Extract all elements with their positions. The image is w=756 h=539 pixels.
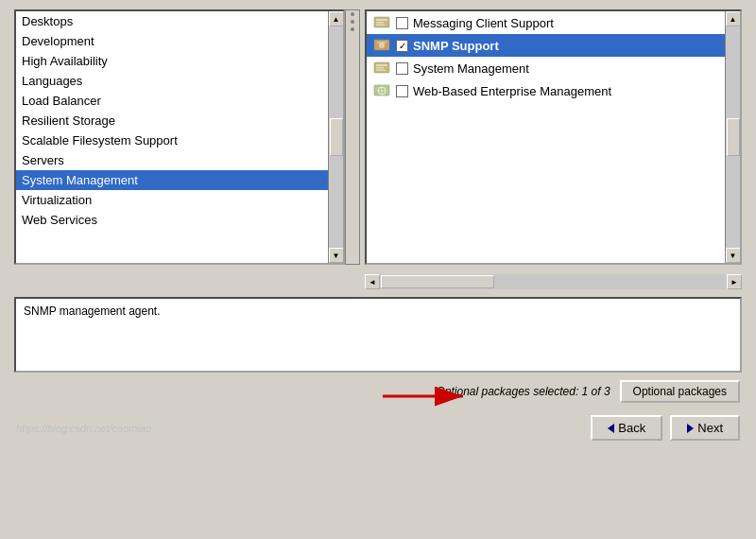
left-item-system-mgmt[interactable]: System Management bbox=[16, 170, 328, 190]
right-scroll-track bbox=[726, 26, 741, 248]
nav-row: https://blog.csdn.net/caomiao Back Next bbox=[14, 410, 742, 441]
right-item-messaging[interactable]: Messaging Client Support bbox=[367, 11, 725, 34]
scroll-down-btn[interactable]: ▼ bbox=[329, 248, 344, 263]
left-item-development[interactable]: Development bbox=[16, 31, 328, 51]
scroll-track bbox=[329, 26, 344, 248]
right-list[interactable]: Messaging Client Support ✓ SNMP Support bbox=[367, 11, 725, 263]
h-scroll-thumb bbox=[381, 275, 494, 288]
scroll-up-btn[interactable]: ▲ bbox=[329, 11, 344, 26]
svg-rect-6 bbox=[377, 42, 387, 43]
next-button[interactable]: Next bbox=[670, 415, 740, 441]
h-scrollbar-container: ◄ ► bbox=[365, 274, 742, 289]
middle-separator bbox=[345, 9, 360, 265]
left-item-desktops[interactable]: Desktops bbox=[16, 11, 328, 31]
next-label: Next bbox=[697, 421, 723, 435]
right-item-system-mgmt[interactable]: System Management bbox=[367, 57, 725, 79]
scroll-thumb bbox=[330, 118, 343, 156]
right-scrollbar[interactable]: ▲ ▼ bbox=[725, 11, 740, 263]
checkbox-snmp[interactable]: ✓ bbox=[396, 40, 408, 52]
pkg-icon-web-enterprise bbox=[372, 83, 391, 98]
checkbox-sysmgmt[interactable] bbox=[396, 62, 408, 75]
right-item-web-enterprise[interactable]: Web-Based Enterprise Management bbox=[367, 79, 725, 102]
back-icon bbox=[608, 424, 614, 433]
svg-rect-10 bbox=[376, 70, 386, 72]
nav-buttons: Back Next bbox=[591, 415, 740, 441]
optional-row: Optional packages selected: 1 of 3 Optio… bbox=[14, 380, 742, 403]
left-list[interactable]: Desktops Development High Availability L… bbox=[16, 11, 328, 263]
left-item-virtualization[interactable]: Virtualization bbox=[16, 190, 328, 210]
left-item-high-availability[interactable]: High Availability bbox=[16, 51, 328, 71]
pkg-icon-snmp bbox=[372, 38, 391, 53]
label-messaging: Messaging Client Support bbox=[413, 16, 554, 30]
h-scroll-right-btn[interactable]: ► bbox=[727, 274, 742, 289]
watermark-text: https://blog.csdn.net/caomiao bbox=[16, 423, 151, 434]
svg-rect-8 bbox=[376, 64, 387, 66]
back-button[interactable]: Back bbox=[591, 415, 662, 441]
lists-row: Desktops Development High Availability L… bbox=[14, 9, 742, 265]
optional-count: Optional packages selected: 1 of 3 bbox=[436, 385, 610, 398]
right-item-snmp[interactable]: ✓ SNMP Support bbox=[367, 34, 725, 57]
h-scroll-left-btn[interactable]: ◄ bbox=[365, 274, 380, 289]
label-snmp: SNMP Support bbox=[413, 39, 499, 53]
left-item-web-services[interactable]: Web Services bbox=[16, 210, 328, 230]
sep-dot1 bbox=[351, 12, 354, 16]
svg-rect-1 bbox=[376, 19, 387, 21]
sep-dot2 bbox=[351, 20, 354, 24]
svg-point-5 bbox=[379, 43, 385, 48]
bottom-area: https://blog.csdn.net/caomiao Back Next bbox=[14, 410, 742, 441]
left-item-scalable-fs[interactable]: Scalable Filesystem Support bbox=[16, 130, 328, 150]
left-item-load-balancer[interactable]: Load Balancer bbox=[16, 91, 328, 111]
checkbox-messaging[interactable] bbox=[396, 17, 408, 29]
left-scrollbar[interactable]: ▲ ▼ bbox=[328, 11, 343, 263]
checkbox-web-enterprise[interactable] bbox=[396, 85, 408, 97]
description-text: SNMP management agent. bbox=[24, 304, 161, 318]
description-box: SNMP management agent. bbox=[14, 297, 742, 373]
left-item-resilient-storage[interactable]: Resilient Storage bbox=[16, 111, 328, 130]
right-panel: Messaging Client Support ✓ SNMP Support bbox=[365, 9, 742, 265]
right-scroll-down-btn[interactable]: ▼ bbox=[726, 248, 741, 263]
sep-dot3 bbox=[351, 27, 354, 31]
svg-rect-9 bbox=[376, 67, 384, 69]
left-item-servers[interactable]: Servers bbox=[16, 150, 328, 170]
pkg-icon-messaging bbox=[372, 15, 391, 30]
pkg-icon-sysmgmt bbox=[372, 61, 391, 76]
main-container: Desktops Development High Availability L… bbox=[0, 0, 756, 539]
right-scroll-thumb bbox=[727, 118, 740, 156]
left-panel: Desktops Development High Availability L… bbox=[14, 9, 345, 265]
back-label: Back bbox=[618, 421, 645, 435]
optional-packages-button[interactable]: Optional packages bbox=[620, 380, 740, 403]
h-scroll-track bbox=[380, 274, 727, 289]
label-web-enterprise: Web-Based Enterprise Management bbox=[413, 84, 611, 98]
next-icon bbox=[687, 424, 694, 433]
label-sysmgmt: System Management bbox=[413, 61, 529, 76]
svg-rect-2 bbox=[376, 22, 384, 24]
right-scroll-up-btn[interactable]: ▲ bbox=[726, 11, 741, 26]
left-item-languages[interactable]: Languages bbox=[16, 71, 328, 91]
svg-rect-3 bbox=[376, 25, 386, 26]
